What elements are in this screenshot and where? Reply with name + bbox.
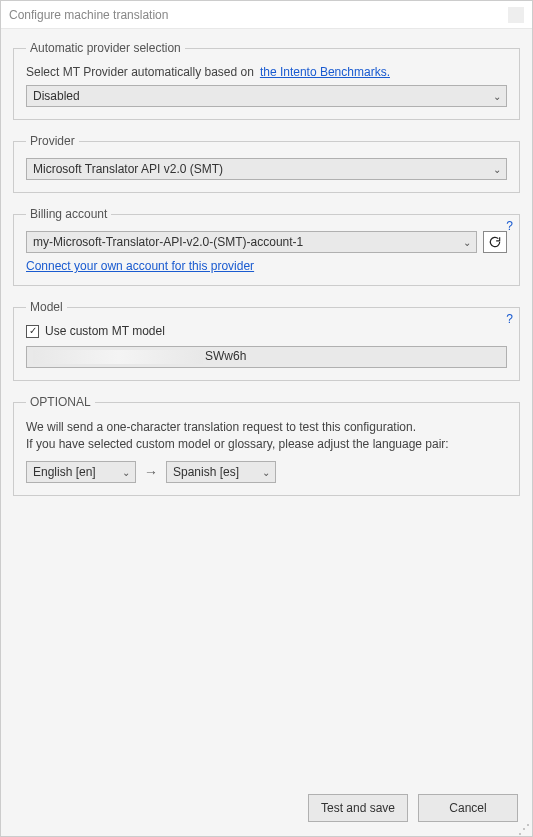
billing-group: Billing account ? my-Microsoft-Translato… (13, 207, 520, 286)
lang-from-wrap: English [en] ⌄ (26, 461, 136, 483)
optional-legend: OPTIONAL (26, 395, 95, 409)
billing-account-select[interactable]: my-Microsoft-Translator-API-v2.0-(SMT)-a… (26, 231, 477, 253)
benchmarks-link[interactable]: the Intento Benchmarks. (260, 65, 390, 79)
arrow-right-icon: → (144, 464, 158, 480)
titlebar: Configure machine translation (1, 1, 532, 29)
optional-line1: We will send a one-character translation… (26, 419, 507, 436)
use-custom-model-checkbox[interactable]: ✓ (26, 325, 39, 338)
provider-legend: Provider (26, 134, 79, 148)
auto-provider-select[interactable]: Disabled (26, 85, 507, 107)
refresh-icon (488, 235, 502, 249)
model-id-suffix: SWw6h (205, 349, 246, 363)
lang-to-wrap: Spanish [es] ⌄ (166, 461, 276, 483)
dialog-window: Configure machine translation Automatic … (0, 0, 533, 837)
provider-select[interactable]: Microsoft Translator API v2.0 (SMT) (26, 158, 507, 180)
redacted-text (33, 350, 203, 364)
use-custom-model-label: Use custom MT model (45, 324, 165, 338)
provider-group: Provider Microsoft Translator API v2.0 (… (13, 134, 520, 193)
content-area: Automatic provider selection Select MT P… (1, 29, 532, 836)
model-help-icon[interactable]: ? (506, 312, 513, 326)
auto-provider-group: Automatic provider selection Select MT P… (13, 41, 520, 120)
billing-select-wrap: my-Microsoft-Translator-API-v2.0-(SMT)-a… (26, 231, 477, 253)
auto-provider-select-wrap: Disabled ⌄ (26, 85, 507, 107)
optional-group: OPTIONAL We will send a one-character tr… (13, 395, 520, 496)
lang-from-select[interactable]: English [en] (26, 461, 136, 483)
lang-to-select[interactable]: Spanish [es] (166, 461, 276, 483)
dialog-footer: Test and save Cancel (13, 790, 520, 824)
billing-help-icon[interactable]: ? (506, 219, 513, 233)
optional-line2: If you have selected custom model or glo… (26, 436, 507, 453)
refresh-button[interactable] (483, 231, 507, 253)
spacer (13, 510, 520, 790)
window-title: Configure machine translation (9, 8, 168, 22)
billing-legend: Billing account (26, 207, 111, 221)
test-save-button[interactable]: Test and save (308, 794, 408, 822)
resize-grip-icon[interactable]: ⋰ (518, 822, 530, 834)
connect-account-link[interactable]: Connect your own account for this provid… (26, 259, 254, 273)
optional-description: We will send a one-character translation… (26, 419, 507, 453)
close-icon[interactable] (508, 7, 524, 23)
custom-model-input[interactable]: SWw6h (26, 346, 507, 368)
auto-provider-label: Select MT Provider automatically based o… (26, 65, 254, 79)
cancel-button[interactable]: Cancel (418, 794, 518, 822)
model-group: Model ? ✓ Use custom MT model SWw6h (13, 300, 520, 381)
auto-provider-legend: Automatic provider selection (26, 41, 185, 55)
provider-select-wrap: Microsoft Translator API v2.0 (SMT) ⌄ (26, 158, 507, 180)
model-legend: Model (26, 300, 67, 314)
